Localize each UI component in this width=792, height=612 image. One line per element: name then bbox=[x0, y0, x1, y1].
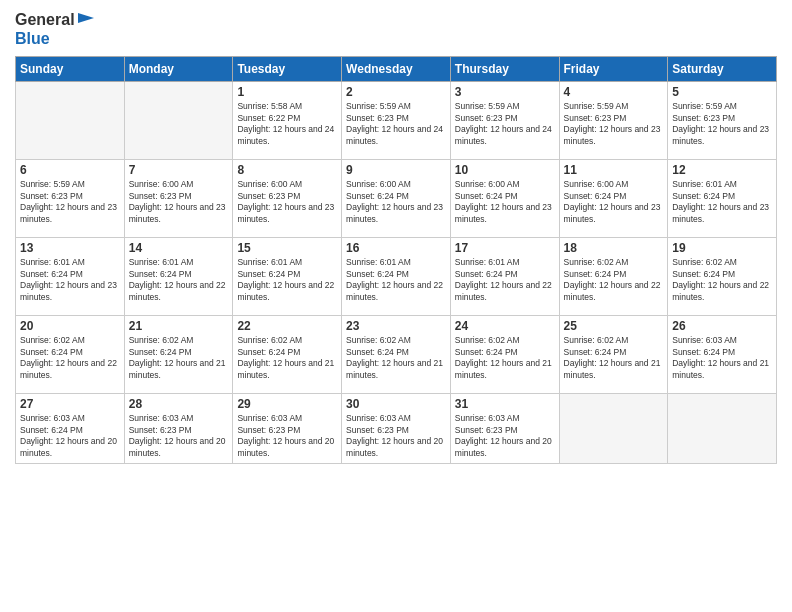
day-info: Sunrise: 6:02 AM Sunset: 6:24 PM Dayligh… bbox=[20, 335, 120, 381]
day-number: 5 bbox=[672, 85, 772, 99]
calendar-header-sunday: Sunday bbox=[16, 57, 125, 82]
calendar-cell: 5Sunrise: 5:59 AM Sunset: 6:23 PM Daylig… bbox=[668, 82, 777, 160]
calendar-table: SundayMondayTuesdayWednesdayThursdayFrid… bbox=[15, 56, 777, 464]
calendar-header-saturday: Saturday bbox=[668, 57, 777, 82]
calendar-week-row: 1Sunrise: 5:58 AM Sunset: 6:22 PM Daylig… bbox=[16, 82, 777, 160]
calendar-header-monday: Monday bbox=[124, 57, 233, 82]
day-number: 3 bbox=[455, 85, 555, 99]
day-number: 15 bbox=[237, 241, 337, 255]
day-info: Sunrise: 6:02 AM Sunset: 6:24 PM Dayligh… bbox=[672, 257, 772, 303]
day-number: 24 bbox=[455, 319, 555, 333]
calendar-week-row: 20Sunrise: 6:02 AM Sunset: 6:24 PM Dayli… bbox=[16, 316, 777, 394]
day-info: Sunrise: 6:01 AM Sunset: 6:24 PM Dayligh… bbox=[346, 257, 446, 303]
calendar-cell: 9Sunrise: 6:00 AM Sunset: 6:24 PM Daylig… bbox=[342, 160, 451, 238]
calendar-cell: 17Sunrise: 6:01 AM Sunset: 6:24 PM Dayli… bbox=[450, 238, 559, 316]
day-info: Sunrise: 6:02 AM Sunset: 6:24 PM Dayligh… bbox=[455, 335, 555, 381]
day-number: 11 bbox=[564, 163, 664, 177]
calendar-cell: 27Sunrise: 6:03 AM Sunset: 6:24 PM Dayli… bbox=[16, 394, 125, 464]
day-info: Sunrise: 6:02 AM Sunset: 6:24 PM Dayligh… bbox=[564, 335, 664, 381]
day-number: 28 bbox=[129, 397, 229, 411]
day-number: 18 bbox=[564, 241, 664, 255]
calendar-header-tuesday: Tuesday bbox=[233, 57, 342, 82]
day-info: Sunrise: 6:03 AM Sunset: 6:23 PM Dayligh… bbox=[346, 413, 446, 459]
day-info: Sunrise: 5:59 AM Sunset: 6:23 PM Dayligh… bbox=[455, 101, 555, 147]
day-info: Sunrise: 6:02 AM Sunset: 6:24 PM Dayligh… bbox=[564, 257, 664, 303]
calendar-cell: 18Sunrise: 6:02 AM Sunset: 6:24 PM Dayli… bbox=[559, 238, 668, 316]
logo-container: General Blue bbox=[15, 10, 94, 48]
day-info: Sunrise: 6:03 AM Sunset: 6:23 PM Dayligh… bbox=[129, 413, 229, 459]
day-info: Sunrise: 5:59 AM Sunset: 6:23 PM Dayligh… bbox=[564, 101, 664, 147]
calendar-cell bbox=[16, 82, 125, 160]
day-number: 1 bbox=[237, 85, 337, 99]
calendar-cell: 13Sunrise: 6:01 AM Sunset: 6:24 PM Dayli… bbox=[16, 238, 125, 316]
day-number: 8 bbox=[237, 163, 337, 177]
day-info: Sunrise: 6:03 AM Sunset: 6:23 PM Dayligh… bbox=[237, 413, 337, 459]
day-info: Sunrise: 6:00 AM Sunset: 6:24 PM Dayligh… bbox=[564, 179, 664, 225]
calendar-week-row: 6Sunrise: 5:59 AM Sunset: 6:23 PM Daylig… bbox=[16, 160, 777, 238]
day-info: Sunrise: 6:01 AM Sunset: 6:24 PM Dayligh… bbox=[672, 179, 772, 225]
calendar-cell: 23Sunrise: 6:02 AM Sunset: 6:24 PM Dayli… bbox=[342, 316, 451, 394]
day-number: 9 bbox=[346, 163, 446, 177]
calendar-cell: 25Sunrise: 6:02 AM Sunset: 6:24 PM Dayli… bbox=[559, 316, 668, 394]
calendar-cell: 16Sunrise: 6:01 AM Sunset: 6:24 PM Dayli… bbox=[342, 238, 451, 316]
day-number: 4 bbox=[564, 85, 664, 99]
calendar-cell bbox=[559, 394, 668, 464]
day-number: 29 bbox=[237, 397, 337, 411]
day-number: 21 bbox=[129, 319, 229, 333]
header: General Blue bbox=[15, 10, 777, 48]
day-number: 14 bbox=[129, 241, 229, 255]
day-info: Sunrise: 5:59 AM Sunset: 6:23 PM Dayligh… bbox=[346, 101, 446, 147]
calendar-cell: 26Sunrise: 6:03 AM Sunset: 6:24 PM Dayli… bbox=[668, 316, 777, 394]
calendar-header-thursday: Thursday bbox=[450, 57, 559, 82]
calendar-header-wednesday: Wednesday bbox=[342, 57, 451, 82]
day-info: Sunrise: 6:01 AM Sunset: 6:24 PM Dayligh… bbox=[455, 257, 555, 303]
calendar-week-row: 13Sunrise: 6:01 AM Sunset: 6:24 PM Dayli… bbox=[16, 238, 777, 316]
day-info: Sunrise: 5:58 AM Sunset: 6:22 PM Dayligh… bbox=[237, 101, 337, 147]
day-number: 19 bbox=[672, 241, 772, 255]
calendar-cell: 14Sunrise: 6:01 AM Sunset: 6:24 PM Dayli… bbox=[124, 238, 233, 316]
day-number: 6 bbox=[20, 163, 120, 177]
day-info: Sunrise: 6:01 AM Sunset: 6:24 PM Dayligh… bbox=[237, 257, 337, 303]
day-info: Sunrise: 6:01 AM Sunset: 6:24 PM Dayligh… bbox=[20, 257, 120, 303]
day-number: 27 bbox=[20, 397, 120, 411]
calendar-header-row: SundayMondayTuesdayWednesdayThursdayFrid… bbox=[16, 57, 777, 82]
logo: General Blue bbox=[15, 10, 94, 48]
day-info: Sunrise: 6:00 AM Sunset: 6:23 PM Dayligh… bbox=[129, 179, 229, 225]
calendar-cell: 7Sunrise: 6:00 AM Sunset: 6:23 PM Daylig… bbox=[124, 160, 233, 238]
day-number: 26 bbox=[672, 319, 772, 333]
calendar-cell: 30Sunrise: 6:03 AM Sunset: 6:23 PM Dayli… bbox=[342, 394, 451, 464]
day-info: Sunrise: 6:03 AM Sunset: 6:24 PM Dayligh… bbox=[672, 335, 772, 381]
day-info: Sunrise: 6:00 AM Sunset: 6:24 PM Dayligh… bbox=[455, 179, 555, 225]
day-number: 22 bbox=[237, 319, 337, 333]
calendar-cell: 6Sunrise: 5:59 AM Sunset: 6:23 PM Daylig… bbox=[16, 160, 125, 238]
calendar-cell: 8Sunrise: 6:00 AM Sunset: 6:23 PM Daylig… bbox=[233, 160, 342, 238]
page: General Blue SundayMondayTuesdayWednesda… bbox=[0, 0, 792, 612]
day-number: 7 bbox=[129, 163, 229, 177]
calendar-cell: 22Sunrise: 6:02 AM Sunset: 6:24 PM Dayli… bbox=[233, 316, 342, 394]
logo-flag-icon bbox=[78, 13, 94, 27]
day-info: Sunrise: 6:02 AM Sunset: 6:24 PM Dayligh… bbox=[346, 335, 446, 381]
calendar-cell: 10Sunrise: 6:00 AM Sunset: 6:24 PM Dayli… bbox=[450, 160, 559, 238]
calendar-cell: 2Sunrise: 5:59 AM Sunset: 6:23 PM Daylig… bbox=[342, 82, 451, 160]
calendar-cell: 29Sunrise: 6:03 AM Sunset: 6:23 PM Dayli… bbox=[233, 394, 342, 464]
calendar-cell: 31Sunrise: 6:03 AM Sunset: 6:23 PM Dayli… bbox=[450, 394, 559, 464]
day-number: 31 bbox=[455, 397, 555, 411]
day-info: Sunrise: 6:02 AM Sunset: 6:24 PM Dayligh… bbox=[237, 335, 337, 381]
calendar-cell: 12Sunrise: 6:01 AM Sunset: 6:24 PM Dayli… bbox=[668, 160, 777, 238]
day-number: 30 bbox=[346, 397, 446, 411]
calendar-cell: 11Sunrise: 6:00 AM Sunset: 6:24 PM Dayli… bbox=[559, 160, 668, 238]
day-number: 13 bbox=[20, 241, 120, 255]
svg-marker-0 bbox=[78, 13, 94, 23]
day-info: Sunrise: 5:59 AM Sunset: 6:23 PM Dayligh… bbox=[20, 179, 120, 225]
day-info: Sunrise: 6:02 AM Sunset: 6:24 PM Dayligh… bbox=[129, 335, 229, 381]
day-number: 16 bbox=[346, 241, 446, 255]
day-info: Sunrise: 6:00 AM Sunset: 6:23 PM Dayligh… bbox=[237, 179, 337, 225]
calendar-cell: 1Sunrise: 5:58 AM Sunset: 6:22 PM Daylig… bbox=[233, 82, 342, 160]
calendar-cell: 21Sunrise: 6:02 AM Sunset: 6:24 PM Dayli… bbox=[124, 316, 233, 394]
calendar-cell: 4Sunrise: 5:59 AM Sunset: 6:23 PM Daylig… bbox=[559, 82, 668, 160]
day-info: Sunrise: 6:03 AM Sunset: 6:23 PM Dayligh… bbox=[455, 413, 555, 459]
logo-general-text: General bbox=[15, 10, 75, 29]
day-number: 12 bbox=[672, 163, 772, 177]
calendar-cell bbox=[124, 82, 233, 160]
calendar-cell: 3Sunrise: 5:59 AM Sunset: 6:23 PM Daylig… bbox=[450, 82, 559, 160]
